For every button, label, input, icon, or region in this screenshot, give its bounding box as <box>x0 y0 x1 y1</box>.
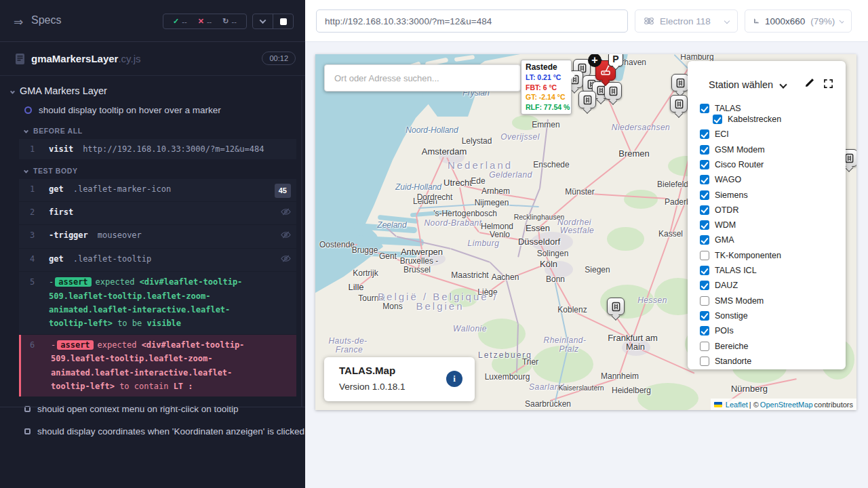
layer-checkbox-item[interactable]: SMS Modem <box>700 296 764 306</box>
checkbox-checked[interactable] <box>700 311 709 321</box>
spec-name: gmaMarkersLayer <box>31 53 118 64</box>
failed-count: -- <box>207 18 212 26</box>
command-name: get <box>49 254 64 264</box>
viewport-size: 1000x660 <box>765 16 805 26</box>
checkbox-checked[interactable] <box>700 266 709 275</box>
map-label: Nijmegen <box>475 198 509 207</box>
section-header[interactable]: BEFORE ALL <box>0 120 305 139</box>
spec-file-row[interactable]: gmaMarkersLayer.cy.js 00:12 <box>0 43 305 76</box>
command-row[interactable]: 2first <box>19 202 296 224</box>
layer-checkbox-item[interactable]: OTDR <box>700 205 738 215</box>
command-row[interactable]: 3-triggermouseover <box>19 225 296 247</box>
station-select-label[interactable]: Station wählen <box>709 79 773 90</box>
spec-duration-badge: 00:12 <box>262 52 296 65</box>
command-message: mouseover <box>98 230 142 240</box>
checkbox-checked[interactable] <box>700 326 709 336</box>
leaflet-link[interactable]: Leaflet <box>726 401 748 409</box>
pending-test-row[interactable]: should open context menu on right-click … <box>0 399 305 419</box>
station-marker[interactable] <box>607 298 625 315</box>
map-search-input[interactable] <box>324 64 521 92</box>
command-indicator <box>271 338 291 394</box>
checkbox-checked[interactable] <box>700 160 709 169</box>
checkbox-checked[interactable] <box>713 115 722 124</box>
checkbox-checked[interactable] <box>700 235 709 245</box>
reporter-header: ⇒ Specs ✓-- ✕-- ↻-- <box>0 0 305 42</box>
marker-tooltip[interactable]: Rastede LT: 0.21 °CFBT: 6 °CGT: -2.14 °C… <box>521 60 572 115</box>
collapse-button[interactable] <box>253 14 273 28</box>
layer-checkbox-item[interactable]: Bereiche <box>700 342 748 351</box>
command-row[interactable]: 1get.leaflet-marker-icon45 <box>19 179 296 201</box>
command-row[interactable]: 1visithttp://192.168.10.33:3000/?m=12&u=… <box>19 139 296 159</box>
layer-checkbox-item[interactable]: Sonstige <box>700 311 748 321</box>
command-row[interactable]: 5-assertexpected <div#leaflet-tooltip-50… <box>19 272 296 334</box>
checkbox-checked[interactable] <box>700 281 709 290</box>
map-label: Westfale <box>560 226 594 235</box>
layer-checkbox-item[interactable]: TALAS ICL <box>700 266 757 275</box>
chevron-down-icon <box>840 19 844 24</box>
stop-button[interactable] <box>273 14 293 28</box>
checkbox-unchecked[interactable] <box>700 342 709 351</box>
leaflet-map[interactable]: HamburgBremerhavenBremenNiedersachsenHan… <box>315 54 856 410</box>
layer-checkbox-item[interactable]: GSM Modem <box>700 145 765 155</box>
map-label: Kortrijk <box>353 268 378 278</box>
checkbox-unchecked[interactable] <box>700 357 709 366</box>
ukraine-flag-icon <box>714 402 722 407</box>
checkbox-checked[interactable] <box>700 129 709 139</box>
layer-checkbox-item[interactable]: DAUZ <box>700 281 738 290</box>
chevron-down-icon <box>10 89 15 94</box>
map-label: Brussel <box>403 265 431 274</box>
layer-checkbox-item[interactable]: Standorte <box>700 357 751 366</box>
checkbox-checked[interactable] <box>700 220 709 230</box>
layer-checkbox-item[interactable]: Siemens <box>700 190 748 200</box>
map-label: Trier <box>522 357 538 367</box>
tooltip-measurement: GT: -2.14 °C <box>526 92 567 102</box>
plus-icon: + <box>588 54 601 67</box>
pending-test-row[interactable]: should display coordinates when 'Koordin… <box>0 422 305 441</box>
map-label: Essen <box>526 223 550 233</box>
section-header[interactable]: TEST BODY <box>0 160 305 179</box>
layer-checkbox-item[interactable]: WAGO <box>700 175 741 184</box>
layer-checkbox-item[interactable]: GMA <box>700 235 734 245</box>
cluster-add-control[interactable]: + <box>588 54 601 67</box>
station-marker[interactable] <box>670 95 688 113</box>
layer-checkbox-item[interactable]: ECI <box>700 129 729 139</box>
command-list: 1get.leaflet-marker-icon452first3-trigge… <box>19 179 296 396</box>
checkbox-unchecked[interactable] <box>700 251 709 260</box>
checkbox-checked[interactable] <box>700 145 709 155</box>
chevron-down-icon[interactable] <box>779 81 787 88</box>
map-label: Bremen <box>618 148 650 159</box>
browser-selector[interactable]: Electron 118 <box>635 9 738 33</box>
command-row[interactable]: 6-assertexpected <div#leaflet-tooltip-50… <box>19 335 296 397</box>
command-row[interactable]: 4get.leaflet-tooltip <box>19 249 296 271</box>
fullscreen-icon[interactable] <box>823 79 833 89</box>
checkbox-unchecked[interactable] <box>700 296 709 306</box>
station-marker[interactable] <box>671 74 689 92</box>
layer-checkbox-item[interactable]: TK-Komponenten <box>700 251 781 260</box>
checkbox-checked[interactable] <box>700 190 709 200</box>
checkbox-checked[interactable] <box>700 205 709 215</box>
layer-checkbox-item[interactable]: WDM <box>700 220 736 230</box>
map-label: Emmen <box>532 120 559 129</box>
station-marker[interactable] <box>578 91 596 108</box>
osm-link[interactable]: OpenStreetMap <box>760 401 813 409</box>
layer-checkbox-item[interactable]: TALAS <box>700 104 741 113</box>
edit-icon[interactable] <box>804 77 815 88</box>
layer-checkbox-item[interactable]: POIs <box>700 326 734 336</box>
reporter-scrollbar[interactable] <box>301 80 302 407</box>
map-label: Bielefeld <box>657 180 688 189</box>
info-icon[interactable]: i <box>446 371 462 387</box>
checkbox-checked[interactable] <box>700 104 709 113</box>
viewport-selector[interactable]: 1000x660 (79%) <box>745 9 852 33</box>
parking-marker[interactable]: P <box>608 54 623 66</box>
map-label: Noord-Brabant <box>424 218 481 228</box>
checkbox-checked[interactable] <box>700 175 709 184</box>
cabinet-icon <box>578 91 596 108</box>
layer-label: WDM <box>715 220 736 230</box>
specs-menu-icon[interactable]: ⇒ <box>14 15 23 29</box>
stop-icon <box>280 18 287 25</box>
layer-checkbox-item[interactable]: Kabelstrecken <box>713 115 781 124</box>
url-input[interactable] <box>316 9 628 33</box>
layer-checkbox-item[interactable]: Cisco Router <box>700 160 764 169</box>
active-test-row[interactable]: should display tooltip on hover over a m… <box>0 100 305 120</box>
suite-row[interactable]: GMA Markers Layer <box>0 80 305 100</box>
